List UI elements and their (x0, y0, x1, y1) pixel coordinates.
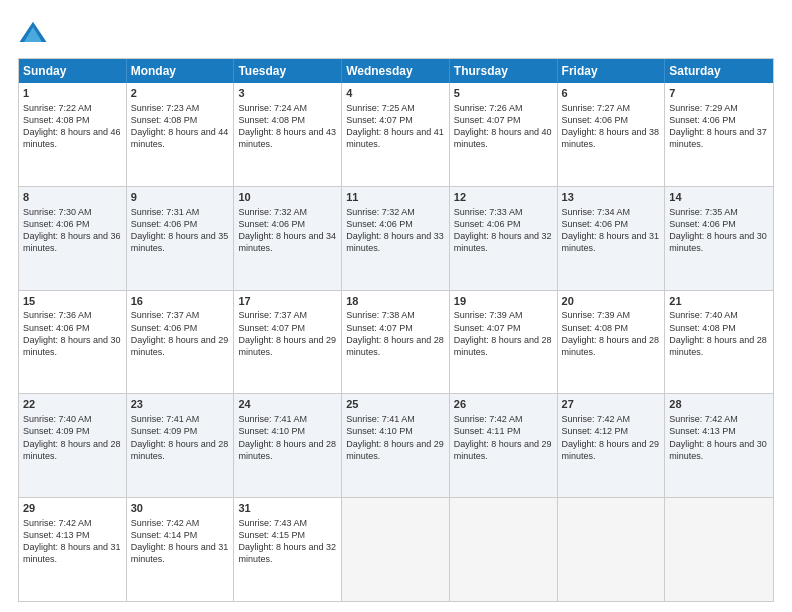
day-number: 25 (346, 397, 445, 412)
day-info: Sunrise: 7:26 AMSunset: 4:07 PMDaylight:… (454, 103, 552, 149)
day-number: 17 (238, 294, 337, 309)
day-number: 19 (454, 294, 553, 309)
day-info: Sunrise: 7:27 AMSunset: 4:06 PMDaylight:… (562, 103, 660, 149)
day-info: Sunrise: 7:39 AMSunset: 4:07 PMDaylight:… (454, 310, 552, 356)
calendar-row-5: 29Sunrise: 7:42 AMSunset: 4:13 PMDayligh… (19, 497, 773, 601)
day-number: 15 (23, 294, 122, 309)
day-cell-2: 2Sunrise: 7:23 AMSunset: 4:08 PMDaylight… (127, 83, 235, 186)
day-info: Sunrise: 7:42 AMSunset: 4:11 PMDaylight:… (454, 414, 552, 460)
day-cell-27: 27Sunrise: 7:42 AMSunset: 4:12 PMDayligh… (558, 394, 666, 497)
empty-cell (450, 498, 558, 601)
header-day-sunday: Sunday (19, 59, 127, 83)
day-number: 20 (562, 294, 661, 309)
day-number: 5 (454, 86, 553, 101)
header-day-saturday: Saturday (665, 59, 773, 83)
day-number: 2 (131, 86, 230, 101)
day-info: Sunrise: 7:42 AMSunset: 4:13 PMDaylight:… (23, 518, 121, 564)
day-cell-24: 24Sunrise: 7:41 AMSunset: 4:10 PMDayligh… (234, 394, 342, 497)
header-day-thursday: Thursday (450, 59, 558, 83)
day-number: 8 (23, 190, 122, 205)
day-cell-9: 9Sunrise: 7:31 AMSunset: 4:06 PMDaylight… (127, 187, 235, 290)
day-cell-12: 12Sunrise: 7:33 AMSunset: 4:06 PMDayligh… (450, 187, 558, 290)
day-info: Sunrise: 7:32 AMSunset: 4:06 PMDaylight:… (346, 207, 444, 253)
empty-cell (342, 498, 450, 601)
day-info: Sunrise: 7:23 AMSunset: 4:08 PMDaylight:… (131, 103, 229, 149)
day-cell-17: 17Sunrise: 7:37 AMSunset: 4:07 PMDayligh… (234, 291, 342, 394)
day-cell-31: 31Sunrise: 7:43 AMSunset: 4:15 PMDayligh… (234, 498, 342, 601)
day-cell-7: 7Sunrise: 7:29 AMSunset: 4:06 PMDaylight… (665, 83, 773, 186)
logo-icon (18, 18, 48, 48)
day-number: 4 (346, 86, 445, 101)
day-info: Sunrise: 7:32 AMSunset: 4:06 PMDaylight:… (238, 207, 336, 253)
day-cell-14: 14Sunrise: 7:35 AMSunset: 4:06 PMDayligh… (665, 187, 773, 290)
day-info: Sunrise: 7:33 AMSunset: 4:06 PMDaylight:… (454, 207, 552, 253)
day-info: Sunrise: 7:25 AMSunset: 4:07 PMDaylight:… (346, 103, 444, 149)
day-cell-25: 25Sunrise: 7:41 AMSunset: 4:10 PMDayligh… (342, 394, 450, 497)
day-cell-22: 22Sunrise: 7:40 AMSunset: 4:09 PMDayligh… (19, 394, 127, 497)
day-cell-13: 13Sunrise: 7:34 AMSunset: 4:06 PMDayligh… (558, 187, 666, 290)
day-cell-20: 20Sunrise: 7:39 AMSunset: 4:08 PMDayligh… (558, 291, 666, 394)
day-cell-5: 5Sunrise: 7:26 AMSunset: 4:07 PMDaylight… (450, 83, 558, 186)
day-info: Sunrise: 7:41 AMSunset: 4:09 PMDaylight:… (131, 414, 229, 460)
day-info: Sunrise: 7:41 AMSunset: 4:10 PMDaylight:… (346, 414, 444, 460)
day-cell-16: 16Sunrise: 7:37 AMSunset: 4:06 PMDayligh… (127, 291, 235, 394)
calendar-row-3: 15Sunrise: 7:36 AMSunset: 4:06 PMDayligh… (19, 290, 773, 394)
day-number: 24 (238, 397, 337, 412)
day-info: Sunrise: 7:37 AMSunset: 4:07 PMDaylight:… (238, 310, 336, 356)
day-number: 28 (669, 397, 769, 412)
calendar: SundayMondayTuesdayWednesdayThursdayFrid… (18, 58, 774, 602)
day-info: Sunrise: 7:38 AMSunset: 4:07 PMDaylight:… (346, 310, 444, 356)
day-number: 29 (23, 501, 122, 516)
day-info: Sunrise: 7:42 AMSunset: 4:13 PMDaylight:… (669, 414, 767, 460)
calendar-row-4: 22Sunrise: 7:40 AMSunset: 4:09 PMDayligh… (19, 393, 773, 497)
empty-cell (665, 498, 773, 601)
day-info: Sunrise: 7:41 AMSunset: 4:10 PMDaylight:… (238, 414, 336, 460)
day-number: 22 (23, 397, 122, 412)
header-day-friday: Friday (558, 59, 666, 83)
day-cell-19: 19Sunrise: 7:39 AMSunset: 4:07 PMDayligh… (450, 291, 558, 394)
day-number: 13 (562, 190, 661, 205)
day-cell-21: 21Sunrise: 7:40 AMSunset: 4:08 PMDayligh… (665, 291, 773, 394)
day-cell-15: 15Sunrise: 7:36 AMSunset: 4:06 PMDayligh… (19, 291, 127, 394)
day-info: Sunrise: 7:39 AMSunset: 4:08 PMDaylight:… (562, 310, 660, 356)
day-cell-18: 18Sunrise: 7:38 AMSunset: 4:07 PMDayligh… (342, 291, 450, 394)
day-number: 26 (454, 397, 553, 412)
day-cell-29: 29Sunrise: 7:42 AMSunset: 4:13 PMDayligh… (19, 498, 127, 601)
day-cell-30: 30Sunrise: 7:42 AMSunset: 4:14 PMDayligh… (127, 498, 235, 601)
day-info: Sunrise: 7:42 AMSunset: 4:12 PMDaylight:… (562, 414, 660, 460)
day-cell-26: 26Sunrise: 7:42 AMSunset: 4:11 PMDayligh… (450, 394, 558, 497)
page: SundayMondayTuesdayWednesdayThursdayFrid… (0, 0, 792, 612)
day-info: Sunrise: 7:24 AMSunset: 4:08 PMDaylight:… (238, 103, 336, 149)
logo (18, 18, 52, 48)
day-number: 1 (23, 86, 122, 101)
calendar-row-1: 1Sunrise: 7:22 AMSunset: 4:08 PMDaylight… (19, 83, 773, 186)
day-number: 18 (346, 294, 445, 309)
day-info: Sunrise: 7:36 AMSunset: 4:06 PMDaylight:… (23, 310, 121, 356)
day-info: Sunrise: 7:37 AMSunset: 4:06 PMDaylight:… (131, 310, 229, 356)
day-number: 3 (238, 86, 337, 101)
day-info: Sunrise: 7:42 AMSunset: 4:14 PMDaylight:… (131, 518, 229, 564)
day-cell-4: 4Sunrise: 7:25 AMSunset: 4:07 PMDaylight… (342, 83, 450, 186)
day-info: Sunrise: 7:29 AMSunset: 4:06 PMDaylight:… (669, 103, 767, 149)
header (18, 18, 774, 48)
day-number: 27 (562, 397, 661, 412)
day-number: 16 (131, 294, 230, 309)
day-info: Sunrise: 7:35 AMSunset: 4:06 PMDaylight:… (669, 207, 767, 253)
header-day-wednesday: Wednesday (342, 59, 450, 83)
day-info: Sunrise: 7:31 AMSunset: 4:06 PMDaylight:… (131, 207, 229, 253)
day-cell-11: 11Sunrise: 7:32 AMSunset: 4:06 PMDayligh… (342, 187, 450, 290)
day-info: Sunrise: 7:40 AMSunset: 4:08 PMDaylight:… (669, 310, 767, 356)
day-info: Sunrise: 7:30 AMSunset: 4:06 PMDaylight:… (23, 207, 121, 253)
day-info: Sunrise: 7:34 AMSunset: 4:06 PMDaylight:… (562, 207, 660, 253)
calendar-header: SundayMondayTuesdayWednesdayThursdayFrid… (19, 59, 773, 83)
day-info: Sunrise: 7:43 AMSunset: 4:15 PMDaylight:… (238, 518, 336, 564)
calendar-row-2: 8Sunrise: 7:30 AMSunset: 4:06 PMDaylight… (19, 186, 773, 290)
day-cell-1: 1Sunrise: 7:22 AMSunset: 4:08 PMDaylight… (19, 83, 127, 186)
day-number: 11 (346, 190, 445, 205)
empty-cell (558, 498, 666, 601)
calendar-body: 1Sunrise: 7:22 AMSunset: 4:08 PMDaylight… (19, 83, 773, 601)
day-number: 7 (669, 86, 769, 101)
day-cell-23: 23Sunrise: 7:41 AMSunset: 4:09 PMDayligh… (127, 394, 235, 497)
header-day-tuesday: Tuesday (234, 59, 342, 83)
day-cell-8: 8Sunrise: 7:30 AMSunset: 4:06 PMDaylight… (19, 187, 127, 290)
